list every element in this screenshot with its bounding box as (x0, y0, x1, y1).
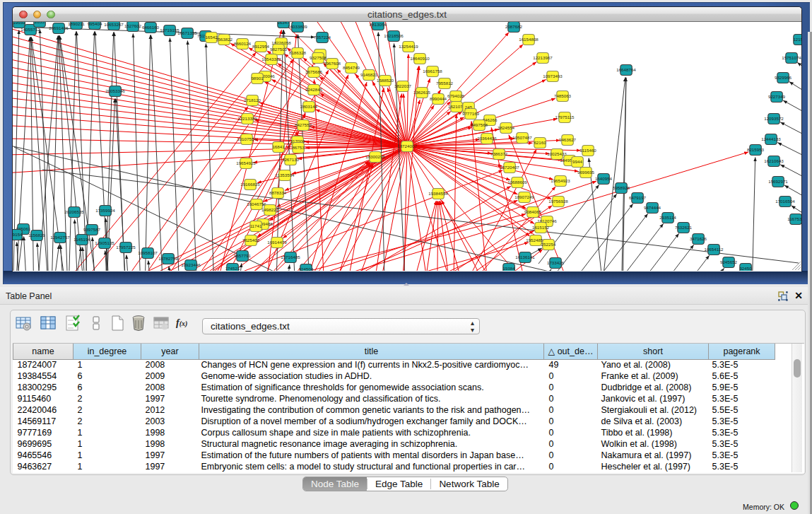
svg-text:39154: 39154 (13, 232, 23, 237)
svg-text:12905135: 12905135 (95, 240, 114, 245)
svg-text:1588520: 1588520 (377, 78, 394, 83)
svg-text:9329966: 9329966 (775, 75, 792, 80)
svg-text:15716485: 15716485 (281, 255, 300, 259)
svg-text:10654112: 10654112 (704, 247, 724, 252)
svg-text:18907249: 18907249 (514, 194, 534, 199)
svg-text:19166825: 19166825 (240, 182, 260, 187)
svg-text:13254419: 13254419 (399, 44, 418, 49)
svg-text:10923446: 10923446 (181, 262, 201, 267)
svg-text:8990444: 8990444 (430, 96, 447, 101)
svg-text:20206535: 20206535 (64, 209, 84, 214)
svg-text:8186328: 8186328 (289, 50, 307, 55)
svg-text:18724007: 18724007 (397, 144, 417, 148)
svg-text:9397587: 9397587 (83, 227, 101, 232)
svg-text:9657791: 9657791 (234, 253, 252, 258)
svg-text:924504: 924504 (299, 267, 314, 271)
svg-text:12213967: 12213967 (533, 55, 553, 60)
svg-text:19218506: 19218506 (384, 33, 404, 38)
svg-text:8454749: 8454749 (343, 65, 360, 70)
svg-text:2967608: 2967608 (324, 61, 341, 66)
svg-text:17016504: 17016504 (775, 199, 795, 204)
svg-text:16154808: 16154808 (519, 37, 539, 42)
svg-text:1527602: 1527602 (124, 23, 142, 28)
svg-text:1167534: 1167534 (787, 216, 801, 221)
svg-text:9242845: 9242845 (305, 87, 323, 92)
svg-text:14055712: 14055712 (20, 27, 40, 32)
svg-text:1498222: 1498222 (261, 207, 279, 212)
svg-text:12093572: 12093572 (764, 116, 784, 121)
svg-text:16671355: 16671355 (177, 30, 197, 35)
svg-text:9474444: 9474444 (644, 205, 661, 210)
svg-text:1156829: 1156829 (28, 233, 45, 238)
svg-text:9463627: 9463627 (559, 137, 577, 142)
svg-text:10107554: 10107554 (237, 136, 257, 141)
svg-text:6794028: 6794028 (447, 93, 465, 98)
svg-text:18640910: 18640910 (410, 56, 430, 61)
svg-text:10958107: 10958107 (138, 250, 158, 255)
svg-text:9327508: 9327508 (310, 55, 327, 60)
svg-text:19384554: 19384554 (428, 191, 448, 196)
svg-text:9827503: 9827503 (270, 47, 288, 52)
svg-text:16782759: 16782759 (158, 256, 178, 261)
svg-text:2718120: 2718120 (244, 98, 261, 103)
svg-text:12942757: 12942757 (50, 235, 70, 240)
svg-text:17957225: 17957225 (116, 245, 136, 250)
svg-text:3675685: 3675685 (305, 69, 323, 74)
svg-text:15751074: 15751074 (782, 55, 801, 60)
svg-text:9084067: 9084067 (524, 209, 542, 214)
svg-text:62160: 62160 (534, 140, 546, 145)
svg-text:10973493: 10973493 (543, 74, 563, 78)
svg-text:10507487: 10507487 (512, 135, 532, 140)
svg-text:8660124: 8660124 (234, 41, 252, 46)
svg-text:16210643: 16210643 (764, 158, 784, 163)
svg-text:20053346: 20053346 (105, 88, 125, 93)
svg-text:9699695: 9699695 (577, 170, 595, 175)
svg-text:3267130: 3267130 (282, 157, 300, 162)
svg-text:2803144: 2803144 (300, 104, 318, 109)
svg-text:10719155: 10719155 (160, 28, 180, 33)
svg-text:17359924: 17359924 (95, 208, 115, 213)
svg-text:9245652: 9245652 (720, 259, 738, 264)
svg-text:9146821: 9146821 (360, 72, 378, 77)
svg-text:86753: 86753 (292, 145, 305, 150)
svg-text:2087682: 2087682 (505, 24, 523, 29)
svg-text:7955812: 7955812 (436, 81, 454, 86)
svg-text:8813054: 8813054 (370, 22, 387, 27)
svg-text:7357224: 7357224 (314, 35, 331, 40)
svg-text:18300295: 18300295 (365, 154, 385, 159)
svg-text:9944: 9944 (572, 159, 582, 164)
svg-text:16046756: 16046756 (247, 201, 266, 206)
svg-text:16841: 16841 (272, 144, 285, 149)
svg-text:1362615: 1362615 (413, 90, 431, 95)
svg-text:12154: 12154 (793, 37, 801, 42)
svg-text:15720407: 15720407 (500, 165, 519, 170)
svg-text:1615152: 1615152 (532, 225, 550, 230)
svg-text:3822037: 3822037 (394, 83, 412, 88)
svg-text:7563822: 7563822 (216, 37, 233, 42)
svg-text:6466160: 6466160 (142, 25, 160, 30)
svg-text:8215953: 8215953 (747, 147, 765, 152)
svg-text:16961758: 16961758 (423, 69, 442, 74)
svg-text:9777169: 9777169 (462, 111, 480, 116)
svg-text:6479197: 6479197 (629, 195, 647, 200)
svg-text:10653267: 10653267 (104, 22, 124, 27)
svg-text:7625402: 7625402 (242, 238, 260, 243)
svg-text:8878334: 8878334 (269, 190, 287, 195)
svg-text:10688609: 10688609 (507, 180, 527, 185)
svg-text:16648764: 16648764 (616, 67, 636, 72)
svg-text:2055: 2055 (35, 22, 45, 24)
svg-text:10543382: 10543382 (261, 57, 281, 62)
svg-text:1640954: 1640954 (595, 176, 613, 181)
svg-text:19756928: 19756928 (548, 199, 568, 204)
svg-text:98901: 98901 (251, 76, 264, 81)
svg-text:2935114: 2935114 (659, 215, 676, 220)
svg-text:7632621: 7632621 (675, 225, 693, 230)
svg-text:20364436: 20364436 (477, 136, 497, 141)
svg-text:6497568: 6497568 (471, 122, 488, 127)
svg-text:9227349: 9227349 (768, 94, 786, 99)
svg-text:7386372: 7386372 (490, 151, 508, 156)
svg-text:11741: 11741 (250, 223, 262, 228)
svg-text:5958928: 5958928 (613, 185, 630, 190)
svg-text:252254: 252254 (541, 242, 556, 247)
svg-text:174521: 174521 (225, 266, 240, 271)
